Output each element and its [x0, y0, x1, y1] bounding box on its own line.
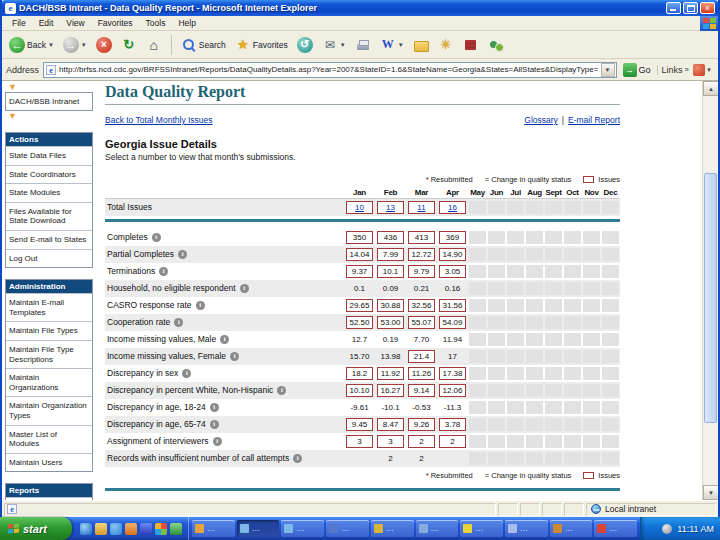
empty-month-cell: [582, 316, 601, 329]
taskbar-button-6[interactable]: …: [416, 520, 459, 537]
info-icon[interactable]: i: [220, 335, 229, 344]
menu-tools[interactable]: Tools: [140, 17, 172, 29]
info-icon[interactable]: i: [213, 437, 222, 446]
favorites-button[interactable]: ★Favorites: [232, 35, 291, 55]
print-button[interactable]: [352, 35, 374, 55]
media-player-quicklaunch-icon[interactable]: [155, 523, 167, 535]
scroll-up-icon[interactable]: ▲: [703, 81, 718, 96]
menu-file[interactable]: File: [6, 17, 32, 29]
mail-button[interactable]: ✉▼: [319, 35, 349, 55]
sidebar-item-maintain-file-type-descriptions[interactable]: Maintain File Type Descriptions: [6, 340, 92, 368]
messenger-button[interactable]: ✳: [435, 35, 457, 55]
tray-volume-icon[interactable]: [662, 524, 672, 534]
taskbar-button-1[interactable]: …: [192, 520, 235, 537]
email-report-link[interactable]: E-mail Report: [568, 115, 620, 125]
address-url: http://brfss.ncd.cdc.gov/BRFSSIntranet/R…: [59, 65, 598, 74]
menu-help[interactable]: Help: [172, 17, 201, 29]
folder-quicklaunch-icon[interactable]: [95, 523, 107, 535]
internet-explorer-quicklaunch-icon[interactable]: [80, 523, 92, 535]
app-quicklaunch-icon[interactable]: [170, 523, 182, 535]
browser-quicklaunch-icon[interactable]: [110, 523, 122, 535]
month-issues-link[interactable]: 11: [417, 203, 425, 212]
sidebar-item-log-out[interactable]: Log Out: [6, 249, 92, 268]
taskbar-button-4[interactable]: …: [326, 520, 369, 537]
vertical-scrollbar[interactable]: ▲ ▼: [702, 81, 718, 500]
month-issues-link[interactable]: 13: [386, 203, 395, 212]
info-icon[interactable]: i: [293, 454, 302, 463]
minimize-button[interactable]: [666, 2, 681, 14]
month-issues-link[interactable]: 10: [355, 203, 364, 212]
discuss-button[interactable]: [410, 35, 432, 55]
taskbar-button-3[interactable]: …: [281, 520, 324, 537]
sidebar-item-state-data-files[interactable]: State Data Files: [6, 146, 92, 165]
taskbar-button-2[interactable]: …: [237, 520, 280, 537]
sidebar-item-files-available-for-state-download[interactable]: Files Available for State Download: [6, 202, 92, 230]
info-icon[interactable]: i: [210, 420, 219, 429]
addressbar-extension-button[interactable]: ▼: [693, 64, 714, 76]
back-to-total-link[interactable]: Back to Total Monthly Issues: [105, 115, 213, 125]
info-icon[interactable]: i: [159, 267, 168, 276]
word-quicklaunch-icon[interactable]: [140, 523, 152, 535]
info-icon[interactable]: i: [152, 233, 161, 242]
outlook-quicklaunch-icon[interactable]: [125, 523, 137, 535]
sidebar-item-maintain-e-mail-templates[interactable]: Maintain E-mail Templates: [6, 293, 92, 321]
scroll-down-icon[interactable]: ▼: [703, 485, 718, 500]
history-button[interactable]: ↺: [294, 35, 316, 55]
sidebar-item-maintain-file-types[interactable]: Maintain File Types: [6, 321, 92, 340]
search-button[interactable]: Search: [178, 35, 229, 55]
address-input[interactable]: e http://brfss.ncd.cdc.gov/BRFSSIntranet…: [43, 62, 617, 78]
sidebar-item-master-list-of-modules[interactable]: Master List of Modules: [6, 425, 92, 453]
empty-month-cell: [487, 299, 506, 312]
go-button[interactable]: → Go: [621, 62, 653, 78]
sidebar-item-state-coordinators[interactable]: State Coordinators: [6, 165, 92, 184]
taskbar-button-10[interactable]: …: [594, 520, 637, 537]
research-button[interactable]: [460, 35, 482, 55]
edit-button[interactable]: W▼: [377, 35, 407, 55]
info-icon[interactable]: i: [196, 301, 205, 310]
empty-cell-fill: [469, 418, 486, 431]
links-toolbar[interactable]: Links »: [657, 65, 689, 75]
empty-month-cell: [582, 333, 601, 346]
scrollbar-thumb[interactable]: [704, 173, 717, 423]
taskbar-button-5[interactable]: …: [371, 520, 414, 537]
back-button[interactable]: ←Back▼: [6, 35, 57, 55]
start-button[interactable]: start: [0, 517, 72, 540]
sidebar-item-maintain-organization-types[interactable]: Maintain Organization Types: [6, 396, 92, 424]
info-icon[interactable]: i: [240, 284, 249, 293]
info-icon[interactable]: i: [182, 369, 191, 378]
empty-cell-fill: [583, 282, 600, 295]
refresh-button[interactable]: ↻: [118, 35, 140, 55]
taskbar-button-7[interactable]: …: [460, 520, 503, 537]
nav-arrow-top-icon[interactable]: ▼: [5, 82, 93, 92]
sidebar-item-send-e-mail-to-states[interactable]: Send E-mail to States: [6, 230, 92, 249]
info-icon[interactable]: i: [174, 318, 183, 327]
nav-arrow-bottom-icon[interactable]: ▼: [5, 111, 93, 121]
stop-button[interactable]: ×: [93, 35, 115, 55]
month-issues-link[interactable]: 16: [448, 203, 457, 212]
empty-month-cell: [582, 452, 601, 465]
sidebar-item-maintain-users[interactable]: Maintain Users: [6, 453, 92, 472]
sidebar-home-link[interactable]: DACH/BSB Intranet: [5, 92, 93, 111]
info-icon[interactable]: i: [178, 250, 187, 259]
info-icon[interactable]: i: [277, 386, 286, 395]
info-icon[interactable]: i: [230, 352, 239, 361]
close-button[interactable]: ×: [700, 2, 715, 14]
taskbar-button-9[interactable]: …: [550, 520, 593, 537]
legend-top: * Resubmitted= Change in quality statusI…: [105, 175, 620, 184]
home-button[interactable]: ⌂: [143, 35, 165, 55]
menu-view[interactable]: View: [60, 17, 90, 29]
maximize-button[interactable]: [683, 2, 698, 14]
glossary-link[interactable]: Glossary: [524, 115, 558, 125]
forward-button[interactable]: →▼: [60, 35, 90, 55]
link-separator: |: [562, 115, 564, 125]
info-icon[interactable]: i: [210, 403, 219, 412]
address-dropdown-icon[interactable]: ▼: [601, 63, 615, 77]
taskbar-button-8[interactable]: …: [505, 520, 548, 537]
menu-favorites[interactable]: Favorites: [92, 17, 139, 29]
title-bar[interactable]: e DACH/BSB Intranet - Data Quality Repor…: [2, 0, 718, 16]
sidebar-item-login-tracking[interactable]: Login Tracking: [6, 497, 92, 500]
contacts-button[interactable]: [485, 35, 507, 55]
menu-edit[interactable]: Edit: [33, 17, 60, 29]
sidebar-item-maintain-organizations[interactable]: Maintain Organizations: [6, 368, 92, 396]
sidebar-item-state-modules[interactable]: State Modules: [6, 183, 92, 202]
